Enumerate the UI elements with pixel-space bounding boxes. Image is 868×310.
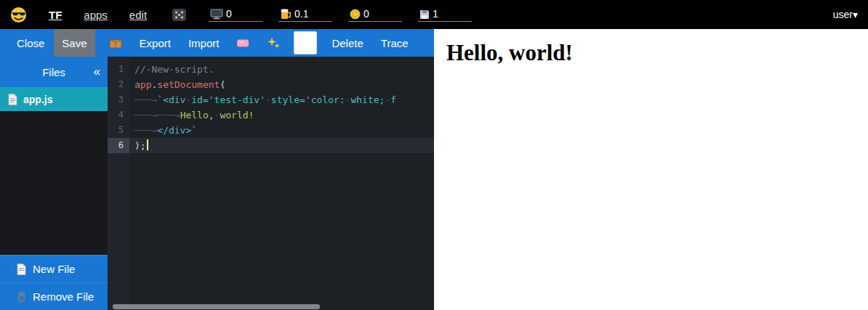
preview-heading: Hello, world! [434,29,868,66]
line-content: ); [129,138,434,153]
editor-lines: 1//·New·script.2app.setDocument(3───→`<d… [108,57,434,310]
dice-icon[interactable] [172,8,187,22]
package-button[interactable] [101,29,130,57]
nav-link-apps[interactable]: apps [84,9,108,21]
text-cursor [147,139,148,150]
workspace: Close Save Export Import [0,29,434,310]
code-line-6[interactable]: 6); [108,138,434,153]
sunglasses-smiley-logo-icon[interactable] [10,7,27,23]
file-item-appjs[interactable]: app.js [0,87,108,111]
code-line-3[interactable]: 3───→`<div·id='test-div'·style='color:·w… [108,92,434,107]
workspace-body: Files « app.js New File [0,57,434,310]
file-name: app.js [23,94,52,105]
trash-icon [17,291,26,302]
new-file-button[interactable]: New File [0,255,108,282]
files-panel-header: Files « [0,57,108,87]
nav-link-edit[interactable]: edit [129,9,147,21]
coin-icon [350,9,361,20]
sparkles-button[interactable] [259,29,288,57]
line-content: ───→───→Hello,·world! [129,107,434,123]
line-content: ───→`<div·id='test-div'·style='color:·wh… [129,92,434,107]
main-area: Close Save Export Import [0,29,868,310]
floppy-disk-icon [419,9,430,20]
soap-eraser-icon [236,38,249,48]
stat-monitor[interactable]: 0 [209,7,262,22]
import-button[interactable]: Import [180,29,228,57]
nav-link-tf[interactable]: TF [49,9,62,21]
line-content: //·New·script. [129,62,434,77]
line-number: 2 [108,77,129,92]
collapse-sidebar-button[interactable]: « [94,57,100,87]
save-button[interactable]: Save [54,29,95,57]
stat-beer-value: 0.1 [294,8,308,20]
blank-button[interactable] [294,31,317,54]
stat-monitor-value: 0 [226,8,232,20]
files-header-label: Files [42,66,65,78]
stat-floppy-value: 1 [433,8,438,20]
beer-icon [280,8,292,20]
line-number: 1 [108,62,129,77]
sparkles-icon [267,37,280,49]
code-line-4[interactable]: 4───→───→Hello,·world! [108,107,434,123]
app-root: TF apps edit 0 0.1 [0,0,868,310]
soap-button[interactable] [228,29,257,57]
code-line-5[interactable]: 5───→</div>` [108,123,434,138]
line-number: 6 [108,138,129,153]
code-editor[interactable]: 1//·New·script.2app.setDocument(3───→`<d… [108,57,434,310]
line-number: 3 [108,92,129,107]
stat-coin-value: 0 [363,8,369,20]
trace-button[interactable]: Trace [373,29,417,57]
file-icon [8,94,17,105]
monitor-icon [210,9,223,20]
remove-file-label: Remove File [33,290,94,303]
stat-coin[interactable]: 0 [348,7,402,22]
topbar-stats: 0 0.1 0 1 [209,7,472,22]
stat-floppy[interactable]: 1 [418,7,472,22]
file-sidebar: Files « app.js New File [0,57,108,310]
code-line-2[interactable]: 2app.setDocument( [108,77,434,92]
user-menu[interactable]: user▾ [833,9,858,20]
top-nav: TF apps edit [49,9,147,21]
line-content: ───→</div>` [129,123,434,138]
file-list [0,111,108,255]
horizontal-scrollbar-thumb[interactable] [113,304,320,309]
delete-button[interactable]: Delete [324,29,371,57]
new-file-label: New File [33,263,75,275]
topbar: TF apps edit 0 0.1 [0,0,868,29]
new-file-icon [17,264,26,275]
code-line-1[interactable]: 1//·New·script. [108,62,434,77]
preview-pane: Hello, world! [434,29,868,310]
line-content: app.setDocument( [129,77,434,92]
editor-toolbar: Close Save Export Import [0,29,434,57]
export-button[interactable]: Export [132,29,179,57]
stat-beer[interactable]: 0.1 [278,7,332,22]
close-button[interactable]: Close [9,29,52,57]
remove-file-button[interactable]: Remove File [0,282,108,310]
package-icon [109,37,122,49]
line-number: 4 [108,107,129,123]
line-number: 5 [108,123,129,138]
